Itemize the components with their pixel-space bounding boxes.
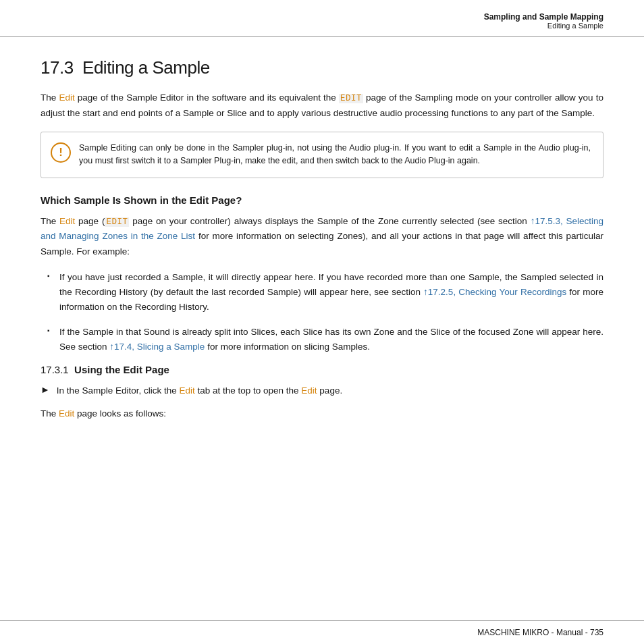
subsection1-intro: The Edit page (EDIT page on your control… bbox=[41, 214, 603, 259]
subsection2-title: Using the Edit Page bbox=[74, 364, 169, 375]
sub1-part1: The bbox=[41, 216, 59, 226]
warning-text: Sample Editing can only be done in the S… bbox=[79, 142, 591, 168]
intro-text-part2: page of the Sample Editor in the softwar… bbox=[75, 92, 339, 103]
bullet-item-2: If the Sample in that Sound is already s… bbox=[41, 325, 603, 355]
arrow-instruction: ► In the Sample Editor, click the Edit t… bbox=[41, 383, 603, 398]
exclamation-icon: ! bbox=[59, 146, 63, 158]
header-chapter: Sampling and Sample Mapping bbox=[41, 12, 603, 22]
edit-link-4[interactable]: Edit bbox=[301, 385, 317, 396]
after-part1: The bbox=[41, 408, 59, 419]
instr-part2: tab at the top to open the bbox=[195, 385, 302, 396]
edit-link-1[interactable]: Edit bbox=[59, 92, 74, 103]
header-section: Editing a Sample bbox=[41, 22, 603, 30]
sub1-part2: page ( bbox=[75, 216, 105, 226]
after-instruction: The Edit page looks as follows: bbox=[41, 406, 603, 421]
bullet-item-1: If you have just recorded a Sample, it w… bbox=[41, 270, 603, 315]
subsection2-number: 17.3.1 bbox=[41, 364, 69, 375]
page-footer: MASCHINE MIKRO - Manual - 735 bbox=[0, 620, 644, 644]
footer-text: MASCHINE MIKRO - Manual - 735 bbox=[477, 628, 603, 637]
edit-link-2[interactable]: Edit bbox=[59, 216, 75, 226]
section-heading: 17.3 Editing a Sample bbox=[41, 57, 603, 78]
arrow-icon: ► bbox=[41, 384, 50, 395]
page-container: Sampling and Sample Mapping Editing a Sa… bbox=[0, 0, 644, 644]
intro-text-part1: The bbox=[41, 92, 59, 103]
edit-link-5[interactable]: Edit bbox=[59, 408, 74, 419]
bullet2-part2: for more information on slicing Samples. bbox=[205, 342, 370, 352]
instruction-text: In the Sample Editor, click the Edit tab… bbox=[57, 383, 342, 398]
bullet-list: If you have just recorded a Sample, it w… bbox=[41, 270, 603, 354]
edit-code-2: EDIT bbox=[105, 217, 129, 227]
subsection2-heading: 17.3.1 Using the Edit Page bbox=[41, 364, 603, 375]
section-title: Editing a Sample bbox=[82, 57, 210, 78]
slicing-link[interactable]: ↑17.4, Slicing a Sample bbox=[109, 342, 205, 352]
page-header: Sampling and Sample Mapping Editing a Sa… bbox=[0, 0, 644, 37]
intro-paragraph: The Edit page of the Sample Editor in th… bbox=[41, 90, 603, 121]
recordings-link[interactable]: ↑17.2.5, Checking Your Recordings bbox=[423, 287, 566, 297]
instr-part1: In the Sample Editor, click the bbox=[57, 385, 180, 396]
after-part2: page looks as follows: bbox=[74, 408, 166, 419]
edit-code-1: EDIT bbox=[339, 94, 363, 103]
section-number: 17.3 bbox=[41, 57, 74, 78]
edit-link-3[interactable]: Edit bbox=[179, 385, 194, 396]
warning-icon: ! bbox=[51, 142, 71, 163]
subsection1-heading: Which Sample Is Shown in the Edit Page? bbox=[41, 194, 603, 206]
warning-box: ! Sample Editing can only be done in the… bbox=[41, 132, 603, 178]
main-content: 17.3 Editing a Sample The Edit page of t… bbox=[0, 37, 644, 620]
sub1-part3: page on your controller) always displays… bbox=[129, 216, 530, 226]
instr-part3: page. bbox=[317, 385, 343, 396]
